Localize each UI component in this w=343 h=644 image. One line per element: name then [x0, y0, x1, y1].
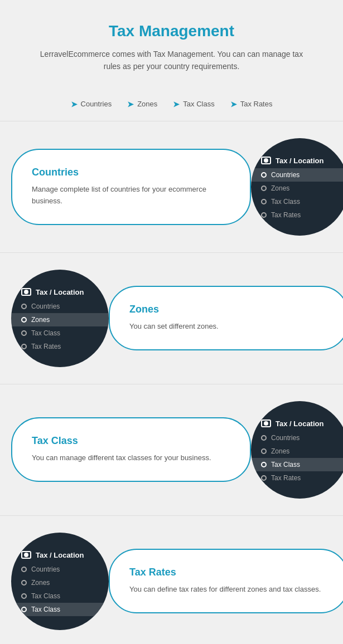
step-zones[interactable]: ➤ Zones: [127, 100, 157, 109]
step-countries[interactable]: ➤ Countries: [71, 100, 112, 109]
circle-item-zones[interactable]: Zones: [251, 182, 343, 195]
step-arrow-4: ➤: [230, 100, 237, 109]
circle-header-countries: Tax / Location: [251, 152, 343, 168]
circle-header-icon: [21, 288, 31, 296]
circle-item-zones-active[interactable]: Zones: [11, 313, 109, 326]
circle-dot: [261, 212, 267, 218]
circle-item-taxrates[interactable]: Tax Rates: [251, 471, 343, 485]
circle-item-label: Zones: [271, 184, 289, 192]
circle-item-countries-active[interactable]: Countries: [251, 168, 343, 182]
header-section: Tax Management LerravelEcommerce comes w…: [0, 0, 343, 90]
feature-desc-countries: Manage complete list of countries for yo…: [32, 184, 230, 207]
circle-dot: [21, 344, 27, 349]
step-label-countries: Countries: [81, 100, 112, 108]
circle-header-taxclass: Tax / Location: [251, 415, 343, 431]
circle-item-label: Tax Class: [31, 329, 60, 337]
circle-dot: [261, 448, 267, 454]
circle-dot: [261, 186, 267, 191]
circle-item-label: Tax Class: [271, 198, 300, 206]
feature-title-taxclass: Tax Class: [32, 435, 230, 447]
circle-item-zones[interactable]: Zones: [11, 576, 109, 589]
circle-item-label: Countries: [31, 565, 60, 573]
feature-title-countries: Countries: [32, 167, 230, 178]
circle-item-label: Countries: [271, 171, 299, 179]
feature-desc-zones: You can set different zones.: [129, 321, 328, 333]
circle-dot: [261, 199, 267, 204]
step-arrow-2: ➤: [127, 100, 134, 109]
text-panel-taxclass: Tax Class You can manage different tax c…: [11, 417, 251, 482]
circle-item-taxclass[interactable]: Tax Class: [11, 589, 109, 603]
step-label-taxclass: Tax Class: [183, 100, 214, 108]
circle-dot: [261, 462, 267, 467]
circle-item-taxclass[interactable]: Tax Class: [251, 195, 343, 208]
circle-header-taxrates: Tax / Location: [11, 547, 109, 563]
circle-header-icon: [21, 551, 31, 559]
circle-dot: [21, 330, 27, 336]
page-description: LerravelEcommerce comes with Tax Managem…: [33, 48, 310, 73]
circle-header-zones: Tax / Location: [11, 284, 109, 300]
circle-dot: [261, 172, 267, 178]
feature-taxclass: Tax Class You can manage different tax c…: [0, 384, 343, 515]
circle-header-label: Tax / Location: [36, 288, 84, 296]
feature-taxrates: Tax / Location Countries Zones Tax Class…: [0, 515, 343, 644]
circle-item-label: Tax Class: [31, 592, 60, 600]
circle-dot: [21, 567, 27, 572]
circle-item-label: Countries: [31, 303, 60, 310]
circle-dot: [261, 435, 267, 441]
feature-countries: Countries Manage complete list of countr…: [0, 121, 343, 252]
circle-header-icon: [261, 157, 271, 164]
circle-item-label: Tax Class: [271, 461, 300, 469]
circle-item-label: Tax Class: [31, 606, 60, 613]
feature-desc-taxrates: You can define tax rates for different z…: [129, 584, 328, 596]
circle-menu-taxrates: Tax / Location Countries Zones Tax Class…: [11, 533, 109, 630]
circle-menu-countries: Tax / Location Countries Zones Tax Class…: [251, 138, 343, 236]
circle-header-label: Tax / Location: [276, 157, 323, 165]
step-label-zones: Zones: [137, 100, 157, 108]
circle-dot: [21, 593, 27, 599]
circle-item-taxrates[interactable]: Tax Rates: [11, 340, 109, 353]
circle-dot: [21, 317, 27, 323]
step-taxclass[interactable]: ➤ Tax Class: [173, 100, 214, 109]
feature-title-taxrates: Tax Rates: [129, 567, 328, 578]
feature-zones: Tax / Location Countries Zones Tax Class…: [0, 252, 343, 384]
circle-item-label: Tax Rates: [271, 211, 301, 219]
circle-item-zones[interactable]: Zones: [251, 445, 343, 458]
circle-item-countries[interactable]: Countries: [11, 563, 109, 576]
circle-item-label: Zones: [31, 579, 50, 587]
circle-item-countries[interactable]: Countries: [11, 300, 109, 313]
circle-dot: [21, 607, 27, 612]
text-panel-taxrates: Tax Rates You can define tax rates for d…: [109, 549, 343, 613]
page-title: Tax Management: [33, 22, 310, 40]
circle-item-label: Tax Rates: [31, 343, 61, 350]
step-label-taxrates: Tax Rates: [240, 100, 273, 108]
circle-dot: [21, 580, 27, 586]
feature-desc-taxclass: You can manage different tax classes for…: [32, 452, 230, 464]
circle-item-taxrates[interactable]: Tax Rates: [251, 208, 343, 222]
circle-item-label: Tax Rates: [271, 474, 301, 482]
step-arrow-1: ➤: [71, 100, 78, 109]
circle-item-taxclass[interactable]: Tax Class: [11, 326, 109, 340]
text-panel-countries: Countries Manage complete list of countr…: [11, 149, 251, 225]
circle-menu-taxclass: Tax / Location Countries Zones Tax Class…: [251, 401, 343, 499]
circle-dot: [261, 475, 267, 481]
circle-item-taxrates-active[interactable]: Tax Class: [11, 603, 109, 616]
circle-header-label: Tax / Location: [276, 419, 323, 428]
step-taxrates[interactable]: ➤ Tax Rates: [230, 100, 273, 109]
circle-item-label: Zones: [31, 316, 50, 324]
feature-title-zones: Zones: [129, 304, 328, 315]
steps-bar: ➤ Countries ➤ Zones ➤ Tax Class ➤ Tax Ra…: [0, 90, 343, 121]
circle-header-icon: [261, 419, 271, 427]
circle-header-label: Tax / Location: [36, 551, 84, 559]
circle-item-countries[interactable]: Countries: [251, 431, 343, 445]
circle-item-label: Countries: [271, 434, 299, 442]
text-panel-zones: Zones You can set different zones.: [109, 286, 343, 350]
circle-menu-zones: Tax / Location Countries Zones Tax Class…: [11, 270, 109, 367]
circle-item-taxclass-active[interactable]: Tax Class: [251, 458, 343, 471]
circle-item-label: Zones: [271, 447, 289, 455]
circle-dot: [21, 304, 27, 309]
step-arrow-3: ➤: [173, 100, 180, 109]
